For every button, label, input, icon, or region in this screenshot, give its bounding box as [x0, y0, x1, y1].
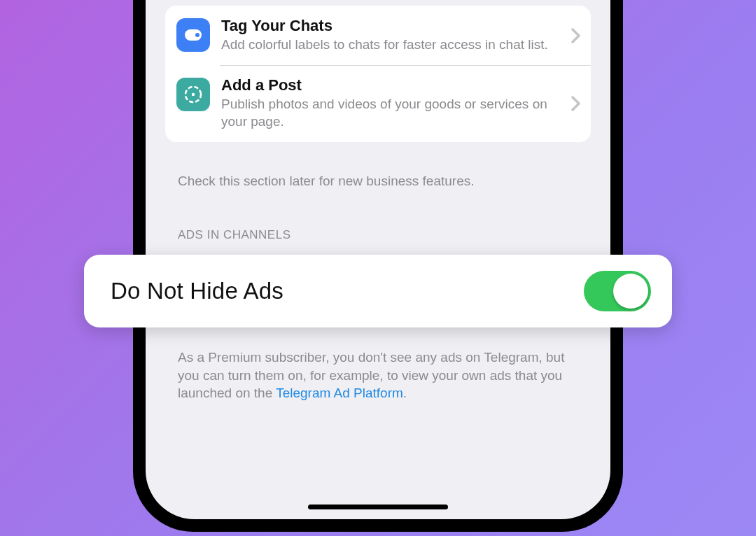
toggle-label: Do Not Hide Ads [111, 278, 284, 304]
ads-footer-post: . [403, 386, 407, 400]
row-desc: Add colorful labels to chats for faster … [221, 36, 564, 54]
post-icon [176, 78, 210, 111]
ads-section-header: ADS IN CHANNELS [178, 228, 578, 242]
tag-icon [176, 18, 210, 52]
row-text: Tag Your Chats Add colorful labels to ch… [221, 17, 580, 54]
row-text: Add a Post Publish photos and videos of … [221, 76, 580, 131]
telegram-ad-platform-link[interactable]: Telegram Ad Platform [276, 386, 403, 400]
do-not-hide-ads-card: Do Not Hide Ads [84, 255, 672, 327]
row-title: Tag Your Chats [221, 17, 564, 35]
list-row-add-post[interactable]: Add a Post Publish photos and videos of … [165, 65, 591, 142]
business-features-footer: Check this section later for new busines… [178, 172, 578, 190]
row-title: Add a Post [221, 76, 564, 94]
svg-point-3 [192, 93, 195, 96]
do-not-hide-ads-toggle[interactable] [584, 271, 651, 311]
row-desc: Publish photos and videos of your goods … [221, 96, 564, 130]
chevron-right-icon [571, 28, 581, 43]
home-indicator [308, 505, 448, 509]
toggle-knob [613, 274, 648, 309]
chevron-right-icon [571, 96, 581, 111]
business-features-list: Tag Your Chats Add colorful labels to ch… [165, 6, 591, 142]
stage: Tag Your Chats Add colorful labels to ch… [0, 0, 756, 536]
svg-point-1 [195, 33, 200, 37]
ads-section-footer: As a Premium subscriber, you don't see a… [178, 348, 578, 402]
list-row-tag-chats[interactable]: Tag Your Chats Add colorful labels to ch… [165, 6, 591, 65]
